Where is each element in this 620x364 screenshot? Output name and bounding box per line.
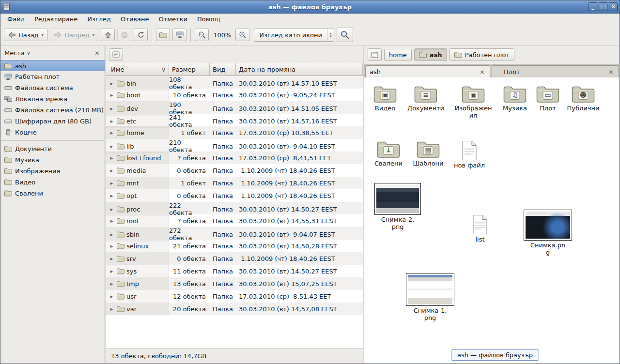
back-history-dropdown-icon[interactable]: ▾: [42, 32, 44, 37]
close-button[interactable]: ×: [609, 2, 618, 11]
tab-ash[interactable]: ash ×: [365, 65, 490, 77]
reload-button[interactable]: [134, 29, 148, 41]
file-row[interactable]: ▸etc241 обектаПапка30.03.2010 (вт) 14,57…: [106, 114, 363, 126]
sidebar-item-encrypted-80gb[interactable]: Шифриран дял (80 GB): [0, 116, 105, 127]
file-row[interactable]: ▸home1 обектПапка17.03.2010 (ср) 10,38,5…: [106, 126, 363, 139]
expander-icon[interactable]: ▸: [109, 92, 114, 98]
view-mode-combo[interactable]: Изглед като икони ▴▾: [254, 29, 334, 42]
sidebar-item-documents[interactable]: Документи: [0, 143, 105, 154]
sidebar-item-pictures[interactable]: Изображения: [0, 166, 105, 177]
sidebar-item-ash[interactable]: ash: [0, 60, 105, 71]
computer-button[interactable]: [172, 29, 186, 41]
column-header-date[interactable]: Дата на промяна: [236, 63, 363, 76]
expander-icon[interactable]: ▸: [109, 268, 114, 274]
up-button[interactable]: [101, 29, 115, 41]
icon-item-snimka-2-png[interactable]: Снимка-2.png: [371, 183, 424, 231]
expander-icon[interactable]: ▸: [109, 155, 114, 161]
expander-icon[interactable]: ▸: [109, 218, 114, 224]
expander-icon[interactable]: ▸: [109, 80, 114, 87]
file-row[interactable]: ▸usr12 обектаПапка17.03.2010 (ср) 8,51,4…: [106, 290, 363, 303]
icon-item-public-folder[interactable]: ☻Публични: [561, 84, 605, 112]
zoom-in-button[interactable]: [235, 29, 249, 41]
sidebar-item-filesystem-210mb[interactable]: Файлова система (210 MB): [0, 105, 105, 116]
file-row[interactable]: ▸opt0 обектаПапка 1.10.2009 (чт) 18,40,2…: [106, 189, 363, 202]
column-header-type[interactable]: Вид: [210, 63, 236, 76]
places-close-icon[interactable]: ×: [93, 49, 101, 57]
icon-item-new-file[interactable]: нов файл: [447, 140, 492, 169]
file-row[interactable]: ▸lib210 обектаПапка30.03.2010 (вт) 9,04,…: [106, 139, 363, 152]
file-row[interactable]: ▸sys11 обектаПапка30.03.2010 (вт) 14,50,…: [106, 265, 363, 277]
minimize-button[interactable]: _: [589, 2, 597, 11]
file-row[interactable]: ▸var20 обектаПапка30.03.2010 (вт) 14,57,…: [106, 303, 363, 315]
expander-icon[interactable]: ▸: [109, 243, 114, 249]
icon-item-templates-folder[interactable]: ▤Шаблони: [406, 139, 450, 167]
icon-item-downloads-folder[interactable]: ↓Свалени: [366, 139, 411, 167]
path-button-desktop[interactable]: Работен плот: [450, 48, 514, 61]
sidebar-item-music[interactable]: Музика: [0, 154, 105, 166]
expander-icon[interactable]: ▸: [109, 193, 114, 199]
expander-icon[interactable]: ▸: [109, 118, 114, 124]
file-row[interactable]: ▸selinux21 обектаПапка30.03.2010 (вт) 14…: [106, 240, 363, 252]
expander-icon[interactable]: ▸: [109, 106, 114, 112]
icon-item-snimka-1-png[interactable]: Снимка-1.png: [403, 273, 457, 322]
icon-item-video-folder[interactable]: ▣Видео: [364, 84, 407, 112]
expander-icon[interactable]: ▸: [109, 293, 114, 300]
file-row[interactable]: ▸tmp13 обектаПапка30.03.2010 (вт) 15,07,…: [106, 277, 363, 290]
column-header-size[interactable]: Размер: [169, 63, 210, 76]
menu-help[interactable]: Помощ: [192, 14, 225, 24]
expander-icon[interactable]: ▸: [109, 143, 114, 150]
back-button[interactable]: Назад ▾: [4, 29, 47, 41]
home-button[interactable]: [156, 29, 170, 41]
tab-close-icon[interactable]: ×: [607, 68, 615, 76]
places-selector-arrow-icon[interactable]: ∨: [27, 50, 31, 56]
icon-item-documents-folder[interactable]: ≡Документи: [403, 84, 448, 112]
icon-item-list-file[interactable]: list: [458, 214, 502, 243]
sidebar-item-downloads[interactable]: Свалени: [0, 188, 105, 199]
path-button-ash[interactable]: ash: [414, 48, 447, 61]
file-row[interactable]: ▸root? обектаПапка30.03.2010 (вт) 14,55,…: [106, 214, 363, 227]
forward-button[interactable]: Напред ▾: [50, 29, 98, 41]
sidebar-item-trash[interactable]: Кошче: [0, 127, 105, 138]
file-row[interactable]: ▸mnt1 обектПапка 1.10.2009 (чт) 18,40,26…: [106, 177, 363, 189]
sidebar-item-video[interactable]: Видео: [0, 177, 105, 188]
location-toggle-button[interactable]: [109, 48, 123, 61]
file-row[interactable]: ▸sbin272 обектаПапка30.03.2010 (вт) 9,04…: [106, 227, 363, 240]
menu-edit[interactable]: Редактиране: [30, 14, 82, 24]
menu-bookmarks[interactable]: Отметки: [154, 14, 192, 24]
sidebar-item-local-network[interactable]: Локална мрежа: [0, 93, 105, 105]
search-button[interactable]: [337, 28, 353, 42]
zoom-out-button[interactable]: [195, 29, 209, 41]
location-toggle-button[interactable]: [368, 48, 382, 61]
expander-icon[interactable]: ▸: [109, 256, 114, 262]
icon-item-snimka-png[interactable]: Снимка.png: [521, 210, 574, 257]
tab-close-icon[interactable]: ×: [479, 68, 486, 76]
file-row[interactable]: ▸boot10 обектаПапка30.03.2010 (вт) 9,05,…: [106, 89, 363, 101]
menu-file[interactable]: Файл: [2, 14, 30, 24]
sidebar-item-filesystem[interactable]: Файлова система: [0, 82, 105, 93]
expander-icon[interactable]: ▸: [109, 231, 114, 238]
sidebar-item-desktop[interactable]: Работен плот: [0, 71, 105, 82]
expander-icon[interactable]: ▸: [109, 167, 114, 174]
forward-history-dropdown-icon[interactable]: ▾: [93, 32, 95, 37]
maximize-button[interactable]: □: [599, 2, 607, 11]
file-row[interactable]: ▸bin108 обектаПапка30.03.2010 (вт) 14,57…: [106, 76, 363, 89]
file-row[interactable]: ▸media0 обектаПапка 1.10.2009 (чт) 18,40…: [106, 164, 363, 177]
expander-icon[interactable]: ▸: [109, 130, 114, 136]
path-button-home[interactable]: home: [384, 49, 412, 61]
expander-icon[interactable]: ▸: [109, 306, 114, 312]
icon-canvas[interactable]: ▣Видео≡Документи◉Изображения♫Музика▭Плот…: [364, 77, 619, 363]
icon-item-images-folder[interactable]: ◉Изображения: [451, 84, 496, 120]
stop-button[interactable]: [117, 29, 131, 41]
file-row[interactable]: ▸srv0 обектаПапка 1.10.2009 (чт) 18,40,2…: [106, 252, 363, 265]
expander-icon[interactable]: ▸: [109, 206, 114, 212]
menu-go[interactable]: Отиване: [116, 14, 154, 24]
column-header-name[interactable]: Име ∨: [106, 63, 169, 76]
expander-icon[interactable]: ▸: [109, 180, 114, 186]
titlebar[interactable]: ash — файлов браузър _ □ ×: [0, 0, 620, 14]
file-row[interactable]: ▸proc222 обектаПапка30.03.2010 (вт) 14,5…: [106, 202, 363, 214]
file-row[interactable]: ▸dev190 обектаПапка30.03.2010 (вт) 14,51…: [106, 101, 363, 114]
file-row[interactable]: ▸lost+found? обектаПапка17.03.2010 (ср) …: [106, 152, 363, 164]
expander-icon[interactable]: ▸: [109, 281, 114, 287]
menu-view[interactable]: Изглед: [82, 14, 116, 24]
tab-plot[interactable]: Плот ×: [492, 65, 619, 77]
